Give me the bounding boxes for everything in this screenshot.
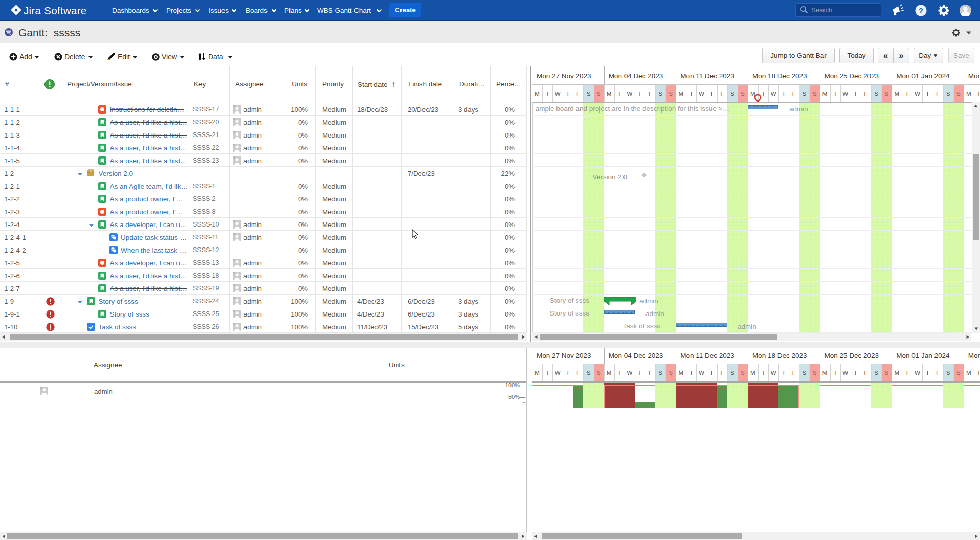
- svg-text:?: ?: [919, 7, 923, 15]
